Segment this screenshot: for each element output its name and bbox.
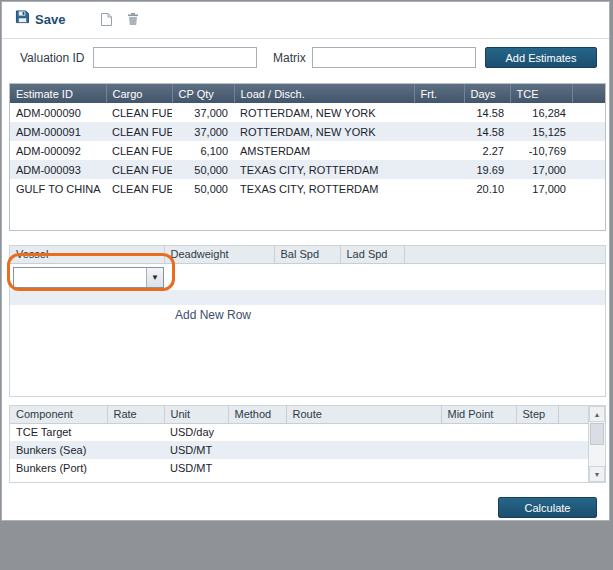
estimate-row[interactable]: ADM-000090 CLEAN FUEL 37,000 ROTTERDAM, … — [10, 103, 605, 122]
cell-tce: -10,769 — [510, 141, 572, 160]
column-header-frt: Frt. — [414, 84, 464, 103]
scroll-down-button[interactable]: ▼ — [589, 466, 605, 482]
column-header-deadweight: Deadweight — [164, 246, 274, 263]
column-header-method: Method — [228, 406, 286, 423]
cell-cp-qty: 6,100 — [172, 141, 234, 160]
cell-frt — [414, 141, 464, 160]
cell-rate — [107, 459, 164, 477]
cell-mid-point — [441, 441, 516, 459]
cell-step — [516, 459, 558, 477]
column-header-unit: Unit — [164, 406, 228, 423]
valuation-id-input[interactable] — [93, 47, 257, 68]
component-row[interactable]: Bunkers (Port) USD/MT — [10, 459, 588, 477]
scrollbar-thumb[interactable] — [590, 423, 604, 445]
column-header-component: Component — [10, 406, 107, 423]
cell-days: 19.69 — [464, 160, 510, 179]
cell-method — [228, 441, 286, 459]
cell-load-disch: TEXAS CITY, ROTTERDAM — [234, 160, 414, 179]
estimate-row[interactable]: ADM-000093 CLEAN FUEL 50,000 TEXAS CITY,… — [10, 160, 605, 179]
column-header-route: Route — [286, 406, 441, 423]
toolbar: Save — [2, 2, 609, 39]
column-header-tce: TCE — [510, 84, 572, 103]
scroll-up-button[interactable]: ▲ — [589, 406, 605, 422]
cell-method — [228, 423, 286, 441]
main-panel: Save Valuation ID Matrix Add Estimate — [1, 1, 610, 521]
column-header-bal-spd: Bal Spd — [274, 246, 340, 263]
cell-estimate-id: GULF TO CHINA — [10, 179, 106, 198]
component-row[interactable]: Bunkers (Sea) USD/MT — [10, 441, 588, 459]
estimate-row[interactable]: ADM-000092 CLEAN FUEL 6,100 AMSTERDAM 2.… — [10, 141, 605, 160]
cell-estimate-id: ADM-000091 — [10, 122, 106, 141]
cell-load-disch: ROTTERDAM, NEW YORK — [234, 103, 414, 122]
arrow-down-icon: ▼ — [594, 471, 601, 478]
save-button[interactable]: Save — [15, 10, 65, 28]
cell-method — [228, 459, 286, 477]
column-header-days: Days — [464, 84, 510, 103]
cell-component: TCE Target — [10, 423, 107, 441]
column-header-cp-qty: CP Qty — [172, 84, 234, 103]
cell-component: Bunkers (Sea) — [10, 441, 107, 459]
column-header-step: Step — [516, 406, 558, 423]
column-header-mid-point: Mid Point — [441, 406, 516, 423]
add-new-row-link[interactable]: Add New Row — [175, 308, 251, 322]
vertical-scrollbar[interactable]: ▲ ▼ — [588, 406, 605, 482]
estimate-row[interactable]: GULF TO CHINA CLEAN FUEL 50,000 TEXAS CI… — [10, 179, 605, 198]
cell-cp-qty: 50,000 — [172, 160, 234, 179]
vessel-combobox: ▼ — [13, 267, 164, 288]
vessel-table: Vessel Deadweight Bal Spd Lad Spd ▼ Add … — [9, 245, 606, 397]
cell-estimate-id: ADM-000090 — [10, 103, 106, 122]
estimates-header-row: Estimate ID Cargo CP Qty Load / Disch. F… — [10, 84, 605, 103]
component-row[interactable]: TCE Target USD/day — [10, 423, 588, 441]
cell-load-disch: TEXAS CITY, ROTTERDAM — [234, 179, 414, 198]
cell-frt — [414, 160, 464, 179]
estimate-row[interactable]: ADM-000091 CLEAN FUEL 37,000 ROTTERDAM, … — [10, 122, 605, 141]
cell-estimate-id: ADM-000092 — [10, 141, 106, 160]
chevron-down-icon: ▼ — [151, 273, 159, 282]
column-header-lad-spd: Lad Spd — [340, 246, 404, 263]
cell-unit: USD/MT — [164, 441, 228, 459]
cell-cargo: CLEAN FUEL — [106, 179, 172, 198]
cell-route — [286, 423, 441, 441]
cell-cargo: CLEAN FUEL — [106, 160, 172, 179]
add-estimates-button[interactable]: Add Estimates — [485, 47, 597, 68]
vessel-header-row: Vessel Deadweight Bal Spd Lad Spd — [10, 246, 605, 263]
trash-icon — [127, 12, 139, 29]
cell-tce: 17,000 — [510, 179, 572, 198]
cell-unit: USD/day — [164, 423, 228, 441]
estimates-table: Estimate ID Cargo CP Qty Load / Disch. F… — [9, 83, 606, 231]
valuation-id-label: Valuation ID — [20, 51, 84, 65]
new-document-button[interactable] — [100, 12, 113, 31]
cell-cargo: CLEAN FUEL — [106, 122, 172, 141]
matrix-input[interactable] — [312, 47, 476, 68]
components-header-row: Component Rate Unit Method Route Mid Poi… — [10, 406, 588, 423]
cell-cp-qty: 37,000 — [172, 122, 234, 141]
empty-row — [10, 290, 605, 305]
vessel-combobox-dropdown-button[interactable]: ▼ — [146, 268, 163, 287]
column-header-filler — [558, 406, 588, 423]
cell-days: 14.58 — [464, 122, 510, 141]
cell-days: 20.10 — [464, 179, 510, 198]
column-header-estimate-id: Estimate ID — [10, 84, 106, 103]
new-document-icon — [100, 13, 113, 30]
cell-cp-qty: 37,000 — [172, 103, 234, 122]
cell-frt — [414, 103, 464, 122]
components-table: Component Rate Unit Method Route Mid Poi… — [9, 405, 606, 483]
column-header-vessel: Vessel — [10, 246, 164, 263]
vessel-combobox-input[interactable] — [14, 268, 146, 287]
save-icon — [15, 10, 30, 28]
cell-frt — [414, 122, 464, 141]
cell-step — [516, 441, 558, 459]
cell-estimate-id: ADM-000093 — [10, 160, 106, 179]
cell-step — [516, 423, 558, 441]
delete-button[interactable] — [127, 12, 139, 30]
column-header-rate: Rate — [107, 406, 164, 423]
calculate-button[interactable]: Calculate — [498, 497, 597, 518]
cell-rate — [107, 441, 164, 459]
cell-frt — [414, 179, 464, 198]
cell-tce: 15,125 — [510, 122, 572, 141]
cell-route — [286, 441, 441, 459]
cell-mid-point — [441, 423, 516, 441]
cell-days: 14.58 — [464, 103, 510, 122]
save-button-label: Save — [35, 12, 65, 27]
column-header-filler — [572, 84, 605, 103]
